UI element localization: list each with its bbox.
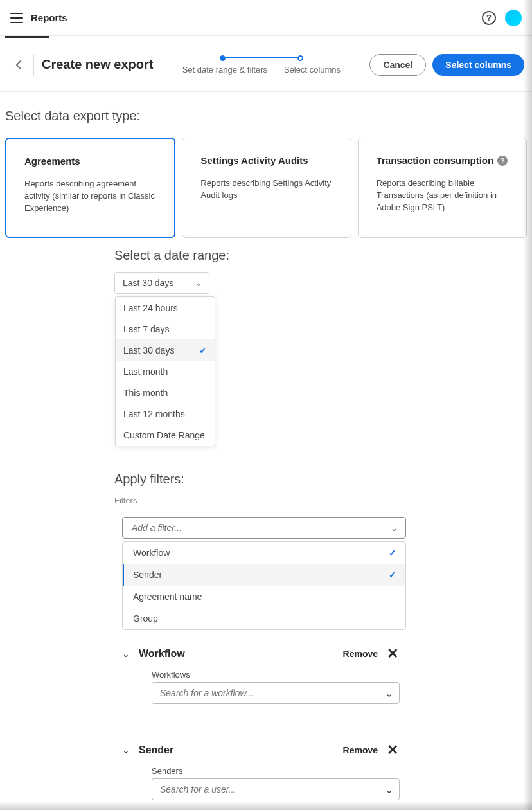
section-title-export-type: Select data export type: <box>5 109 527 123</box>
workflow-search-dropdown-button[interactable]: ⌄ <box>378 682 400 704</box>
date-range-section: Select a date range: Last 30 days ⌄ Last… <box>5 248 527 294</box>
add-filter-placeholder: Add a filter... <box>132 523 182 533</box>
sender-search-input[interactable] <box>152 779 378 800</box>
card-desc: Reports describing agreement activity (s… <box>24 178 156 215</box>
card-desc: Reports describing billable Transactions… <box>377 177 508 214</box>
card-transaction-consumption[interactable]: Transaction consumption ? Reports descri… <box>358 138 527 238</box>
filter-block-sender: ⌄ Sender Remove ✕ Senders ⌄ <box>122 743 527 800</box>
filter-header: ⌄ Workflow Remove ✕ <box>122 647 398 661</box>
collapse-icon[interactable]: ⌄ <box>122 745 130 755</box>
chevron-down-icon: ⌄ <box>195 278 202 288</box>
close-icon[interactable]: ✕ <box>387 743 398 757</box>
date-option-label: Custom Date Range <box>123 430 205 440</box>
card-title: Settings Activity Audits <box>200 155 332 166</box>
page-title: Create new export <box>42 57 153 72</box>
chevron-down-icon: ⌄ <box>390 523 398 533</box>
card-desc: Reports describing Settings Activity Aud… <box>200 177 332 202</box>
back-arrow-icon[interactable] <box>8 53 31 76</box>
card-title: Transaction consumption ? <box>377 155 508 166</box>
select-columns-button[interactable]: Select columns <box>432 54 524 76</box>
filter-header: ⌄ Sender Remove ✕ <box>122 743 398 757</box>
avatar[interactable] <box>505 10 522 26</box>
filters-section: Apply filters: Filters Add a filter... ⌄… <box>5 472 527 800</box>
date-range-selected: Last 30 days <box>123 278 173 288</box>
date-option-label: Last 12 months <box>123 409 185 419</box>
filter-option-agreement-name[interactable]: Agreement name <box>123 586 405 608</box>
filter-option-label: Agreement name <box>133 591 202 602</box>
card-agreements[interactable]: Agreements Reports describing agreement … <box>5 138 175 238</box>
section-divider <box>0 460 532 460</box>
date-option[interactable]: Last 24 hours <box>116 297 215 318</box>
date-option[interactable]: Last 7 days <box>116 318 215 339</box>
check-icon: ✓ <box>199 345 207 356</box>
step-dot-1 <box>220 55 226 61</box>
date-option[interactable]: Custom Date Range <box>116 424 215 446</box>
close-icon[interactable]: ✕ <box>387 647 398 661</box>
step-dot-2 <box>297 55 303 61</box>
filter-option-label: Sender <box>133 570 162 580</box>
menu-icon[interactable] <box>10 13 23 23</box>
filter-name: Workflow <box>139 648 185 660</box>
date-option-label: This month <box>123 388 168 398</box>
filters-title: Apply filters: <box>114 472 527 487</box>
date-option[interactable]: Last month <box>116 361 215 382</box>
header-actions: Cancel Select columns <box>369 54 524 76</box>
date-range-dropdown: Last 24 hours Last 7 days Last 30 days✓ … <box>115 296 215 446</box>
stepper: Set date range & filters Select columns <box>153 55 369 75</box>
check-icon: ✓ <box>389 570 396 580</box>
filters-label: Filters <box>114 496 527 505</box>
divider <box>33 54 34 76</box>
chevron-down-icon: ⌄ <box>385 687 393 699</box>
cancel-button[interactable]: Cancel <box>369 54 426 76</box>
date-option-label: Last month <box>123 366 168 377</box>
sender-search: ⌄ <box>152 779 527 800</box>
step-label-1: Set date range & filters <box>182 65 267 75</box>
info-icon[interactable]: ? <box>497 156 508 166</box>
date-option-label: Last 24 hours <box>123 303 178 313</box>
app-section-title: Reports <box>31 12 67 23</box>
remove-filter-button[interactable]: Remove <box>343 649 378 659</box>
export-type-cards: Agreements Reports describing agreement … <box>5 138 527 238</box>
section-divider <box>109 726 532 726</box>
filter-option-workflow[interactable]: Workflow✓ <box>123 542 405 564</box>
add-filter-select[interactable]: Add a filter... ⌄ <box>122 517 406 539</box>
filter-option-label: Workflow <box>133 548 170 558</box>
date-option-label: Last 30 days <box>123 345 174 356</box>
date-option[interactable]: Last 30 days✓ <box>116 339 215 361</box>
collapse-icon[interactable]: ⌄ <box>122 649 130 659</box>
step-label-2: Select columns <box>284 65 341 75</box>
workflow-search: ⌄ <box>152 682 527 704</box>
top-bar: Reports ? <box>0 0 532 36</box>
step-connector <box>226 57 297 59</box>
filter-option-group[interactable]: Group <box>123 608 405 629</box>
remove-filter-button[interactable]: Remove <box>343 745 378 755</box>
chevron-down-icon: ⌄ <box>385 784 393 796</box>
filter-sublabel: Workflows <box>152 670 527 680</box>
date-option[interactable]: Last 12 months <box>116 403 215 424</box>
topbar-left: Reports <box>10 12 67 23</box>
date-range-title: Select a date range: <box>114 248 527 263</box>
filter-option-label: Group <box>133 613 158 624</box>
date-range-select[interactable]: Last 30 days ⌄ Last 24 hours Last 7 days… <box>114 272 209 294</box>
topbar-right: ? <box>482 10 522 26</box>
sender-search-dropdown-button[interactable]: ⌄ <box>378 779 400 800</box>
help-icon[interactable]: ? <box>482 11 496 25</box>
workflow-search-input[interactable] <box>152 682 378 704</box>
card-title-text: Transaction consumption <box>377 155 494 166</box>
date-option[interactable]: This month <box>116 382 215 403</box>
content: Select data export type: Agreements Repo… <box>0 92 532 800</box>
filter-name: Sender <box>139 744 173 756</box>
date-option-label: Last 7 days <box>123 324 170 334</box>
check-icon: ✓ <box>389 548 396 558</box>
filter-option-sender[interactable]: Sender✓ <box>123 564 405 586</box>
filter-sublabel: Senders <box>152 766 527 776</box>
filter-block-workflow: ⌄ Workflow Remove ✕ Workflows ⌄ <box>122 647 527 704</box>
filter-dropdown: Workflow✓ Sender✓ Agreement name Group <box>122 541 406 630</box>
card-settings-audits[interactable]: Settings Activity Audits Reports describ… <box>182 138 351 238</box>
card-title: Agreements <box>24 156 156 166</box>
page-header: Create new export Set date range & filte… <box>0 38 532 92</box>
